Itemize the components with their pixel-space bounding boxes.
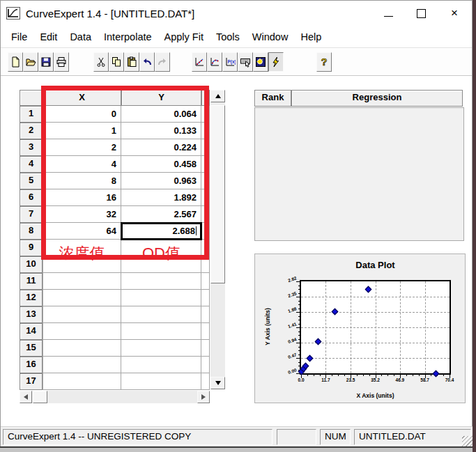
cell-y-6[interactable]: 1.892 — [121, 189, 201, 206]
cell-x-2[interactable]: 1 — [43, 123, 121, 139]
cell-x-7[interactable]: 32 — [43, 206, 121, 223]
cell-y-12[interactable] — [121, 290, 201, 306]
cell-extra-7 — [201, 206, 210, 223]
menu-item-interpolate[interactable]: Interpolate — [98, 29, 158, 45]
undo-button[interactable] — [139, 52, 155, 72]
vertical-scroll-thumb[interactable] — [210, 105, 225, 283]
cell-y-5[interactable]: 0.963 — [121, 173, 201, 189]
menu-item-help[interactable]: Help — [294, 29, 328, 45]
row-header-4[interactable]: 4 — [20, 156, 43, 173]
resize-grip[interactable] — [462, 436, 473, 446]
new-file-button[interactable] — [8, 52, 23, 72]
horizontal-scroll-thumb[interactable] — [33, 391, 47, 403]
horizontal-scrollbar[interactable] — [20, 391, 210, 403]
cell-x-10[interactable] — [43, 256, 121, 273]
cell-x-11[interactable] — [43, 273, 121, 290]
cell-x-1[interactable]: 0 — [43, 106, 121, 123]
highlight-point-button[interactable] — [253, 52, 268, 72]
row-header-13[interactable]: 13 — [20, 306, 43, 323]
cell-y-7[interactable]: 2.567 — [121, 206, 201, 223]
menu-item-apply-fit[interactable]: Apply Fit — [158, 29, 210, 45]
cell-y-17[interactable] — [121, 373, 201, 390]
scroll-right-button[interactable] — [197, 391, 210, 403]
curve-fit-button[interactable] — [207, 52, 222, 72]
row-header-6[interactable]: 6 — [20, 189, 43, 206]
row-header-9[interactable]: 9 — [20, 240, 43, 256]
table-corner-cell[interactable] — [20, 90, 43, 106]
plot-data-button[interactable] — [192, 52, 207, 72]
paste-button[interactable] — [124, 52, 139, 72]
plot-tick-y — [296, 358, 300, 359]
close-icon[interactable]: × — [450, 8, 459, 18]
cell-x-8[interactable]: 64 — [43, 223, 121, 240]
copy-button[interactable] — [109, 52, 124, 72]
cell-y-16[interactable] — [121, 357, 201, 373]
scroll-down-button[interactable] — [210, 377, 225, 389]
cell-x-9[interactable] — [43, 240, 121, 256]
row-header-11[interactable]: 11 — [20, 273, 43, 290]
menu-item-data[interactable]: Data — [63, 29, 98, 45]
cell-x-16[interactable] — [43, 357, 121, 373]
row-header-14[interactable]: 14 — [20, 323, 43, 340]
row-header-8[interactable]: 8 — [20, 223, 43, 240]
menu-item-tools[interactable]: Tools — [210, 29, 246, 45]
cell-y-1[interactable]: 0.064 — [121, 106, 201, 123]
plot-minor-tick-x — [344, 374, 345, 376]
menu-bar: FileEditDataInterpolateApply FitToolsWin… — [1, 26, 472, 48]
cell-x-6[interactable]: 16 — [43, 189, 121, 206]
cell-y-11[interactable] — [121, 273, 201, 290]
regression-column-header[interactable]: Regression — [291, 90, 463, 107]
row-header-5[interactable]: 5 — [20, 173, 43, 189]
cell-y-8-editing[interactable]: 2.688 — [121, 223, 201, 240]
cell-y-2[interactable]: 0.133 — [121, 123, 201, 139]
cell-x-5[interactable]: 8 — [43, 173, 121, 189]
cell-x-3[interactable]: 2 — [43, 139, 121, 156]
row-header-2[interactable]: 2 — [20, 123, 43, 139]
redo-button[interactable] — [155, 52, 170, 72]
row-header-12[interactable]: 12 — [20, 290, 43, 306]
cell-y-9[interactable] — [121, 240, 201, 256]
row-header-1[interactable]: 1 — [20, 106, 43, 123]
column-header-y[interactable]: Y — [121, 90, 201, 106]
pick-function-button[interactable] — [238, 52, 253, 72]
scroll-left-button[interactable] — [20, 391, 32, 403]
row-header-10[interactable]: 10 — [20, 256, 43, 273]
minimize-icon[interactable] — [384, 10, 393, 17]
row-header-7[interactable]: 7 — [20, 206, 43, 223]
table-row: 17 — [20, 373, 210, 390]
open-file-button[interactable] — [23, 52, 38, 72]
row-header-16[interactable]: 16 — [20, 357, 43, 373]
cell-y-14[interactable] — [121, 323, 201, 340]
plot-data-icon — [194, 56, 205, 68]
save-file-button[interactable] — [38, 52, 54, 72]
help-button[interactable]: ? — [316, 52, 332, 72]
cell-y-15[interactable] — [121, 340, 201, 357]
cell-y-4[interactable]: 0.458 — [121, 156, 201, 173]
row-header-15[interactable]: 15 — [20, 340, 43, 357]
regression-results-list[interactable] — [254, 107, 464, 241]
cell-y-10[interactable] — [121, 256, 201, 273]
vertical-scrollbar[interactable] — [210, 90, 225, 389]
quick-fit-button[interactable] — [268, 52, 284, 72]
cell-x-4[interactable]: 4 — [43, 156, 121, 173]
cell-x-13[interactable] — [43, 306, 121, 323]
cell-y-13[interactable] — [121, 306, 201, 323]
cell-x-12[interactable] — [43, 290, 121, 306]
menu-item-file[interactable]: File — [5, 29, 33, 45]
cell-x-15[interactable] — [43, 340, 121, 357]
scroll-up-button[interactable] — [210, 90, 225, 102]
menu-item-window[interactable]: Window — [246, 29, 295, 45]
y-axis-label: Y Axis (units) — [264, 279, 271, 374]
cell-x-17[interactable] — [43, 373, 121, 390]
print-button[interactable] — [54, 52, 69, 72]
rank-column-header[interactable]: Rank — [254, 90, 291, 107]
cell-y-3[interactable]: 0.224 — [121, 139, 201, 156]
menu-item-edit[interactable]: Edit — [33, 29, 63, 45]
cut-button[interactable] — [93, 52, 109, 72]
cell-x-14[interactable] — [43, 323, 121, 340]
row-header-3[interactable]: 3 — [20, 139, 43, 156]
maximize-icon[interactable] — [417, 9, 426, 18]
row-header-17[interactable]: 17 — [20, 373, 43, 390]
column-header-x[interactable]: X — [43, 90, 121, 106]
polynomial-button[interactable]: P(x) — [222, 52, 238, 72]
